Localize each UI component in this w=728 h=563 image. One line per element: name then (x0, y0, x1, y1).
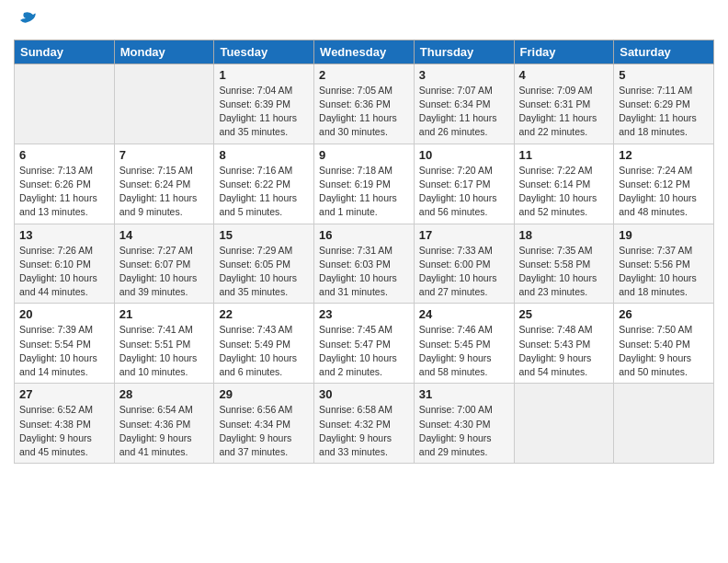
calendar-cell (514, 384, 614, 464)
calendar-cell (15, 63, 115, 144)
day-number: 19 (619, 228, 709, 242)
day-number: 7 (119, 148, 210, 162)
calendar-cell: 14Sunrise: 7:27 AM Sunset: 6:07 PM Dayli… (114, 224, 214, 304)
day-number: 5 (619, 68, 709, 82)
day-number: 28 (119, 387, 210, 401)
day-number: 23 (319, 307, 409, 321)
day-info: Sunrise: 7:50 AM Sunset: 5:40 PM Dayligh… (619, 323, 709, 379)
calendar-cell: 22Sunrise: 7:43 AM Sunset: 5:49 PM Dayli… (214, 304, 314, 384)
weekday-header: Wednesday (314, 40, 415, 63)
day-number: 12 (619, 148, 709, 162)
calendar-cell: 4Sunrise: 7:09 AM Sunset: 6:31 PM Daylig… (514, 63, 614, 144)
day-info: Sunrise: 7:31 AM Sunset: 6:03 PM Dayligh… (319, 244, 409, 300)
calendar-cell: 21Sunrise: 7:41 AM Sunset: 5:51 PM Dayli… (114, 304, 214, 384)
day-number: 15 (219, 228, 309, 242)
calendar-cell: 11Sunrise: 7:22 AM Sunset: 6:14 PM Dayli… (514, 144, 614, 224)
day-number: 1 (219, 68, 309, 82)
calendar-cell: 30Sunrise: 6:58 AM Sunset: 4:32 PM Dayli… (314, 384, 415, 464)
day-number: 18 (519, 228, 609, 242)
day-info: Sunrise: 6:52 AM Sunset: 4:38 PM Dayligh… (19, 403, 109, 459)
day-info: Sunrise: 7:35 AM Sunset: 5:58 PM Dayligh… (519, 244, 609, 300)
logo (14, 9, 37, 34)
day-info: Sunrise: 7:20 AM Sunset: 6:17 PM Dayligh… (419, 164, 509, 220)
calendar-cell: 15Sunrise: 7:29 AM Sunset: 6:05 PM Dayli… (214, 224, 314, 304)
day-number: 11 (519, 148, 609, 162)
day-info: Sunrise: 7:16 AM Sunset: 6:22 PM Dayligh… (219, 164, 309, 220)
day-info: Sunrise: 7:41 AM Sunset: 5:51 PM Dayligh… (119, 323, 210, 379)
day-info: Sunrise: 7:15 AM Sunset: 6:24 PM Dayligh… (119, 164, 210, 220)
day-number: 24 (419, 307, 509, 321)
day-number: 30 (319, 387, 409, 401)
day-info: Sunrise: 7:27 AM Sunset: 6:07 PM Dayligh… (119, 244, 210, 300)
day-number: 6 (19, 148, 109, 162)
day-info: Sunrise: 6:54 AM Sunset: 4:36 PM Dayligh… (119, 403, 210, 459)
day-number: 3 (419, 68, 509, 82)
day-number: 22 (219, 307, 309, 321)
logo-bird-icon (17, 9, 37, 29)
calendar-week-row: 1Sunrise: 7:04 AM Sunset: 6:39 PM Daylig… (15, 63, 714, 144)
calendar-cell: 24Sunrise: 7:46 AM Sunset: 5:45 PM Dayli… (414, 304, 514, 384)
calendar-cell: 7Sunrise: 7:15 AM Sunset: 6:24 PM Daylig… (114, 144, 214, 224)
calendar-cell: 23Sunrise: 7:45 AM Sunset: 5:47 PM Dayli… (314, 304, 415, 384)
day-info: Sunrise: 7:46 AM Sunset: 5:45 PM Dayligh… (419, 323, 509, 379)
calendar-week-row: 6Sunrise: 7:13 AM Sunset: 6:26 PM Daylig… (15, 144, 714, 224)
calendar-cell (614, 384, 714, 464)
calendar-cell: 5Sunrise: 7:11 AM Sunset: 6:29 PM Daylig… (614, 63, 714, 144)
calendar-cell: 20Sunrise: 7:39 AM Sunset: 5:54 PM Dayli… (15, 304, 115, 384)
calendar-cell: 28Sunrise: 6:54 AM Sunset: 4:36 PM Dayli… (114, 384, 214, 464)
calendar-cell: 29Sunrise: 6:56 AM Sunset: 4:34 PM Dayli… (214, 384, 314, 464)
day-info: Sunrise: 7:11 AM Sunset: 6:29 PM Dayligh… (619, 84, 709, 140)
day-number: 20 (19, 307, 109, 321)
weekday-header: Saturday (614, 40, 714, 63)
calendar-cell: 8Sunrise: 7:16 AM Sunset: 6:22 PM Daylig… (214, 144, 314, 224)
day-info: Sunrise: 7:13 AM Sunset: 6:26 PM Dayligh… (19, 164, 109, 220)
day-info: Sunrise: 7:29 AM Sunset: 6:05 PM Dayligh… (219, 244, 309, 300)
calendar-week-row: 27Sunrise: 6:52 AM Sunset: 4:38 PM Dayli… (15, 384, 714, 464)
calendar-cell: 26Sunrise: 7:50 AM Sunset: 5:40 PM Dayli… (614, 304, 714, 384)
weekday-header: Tuesday (214, 40, 314, 63)
calendar-header-row: SundayMondayTuesdayWednesdayThursdayFrid… (15, 40, 714, 63)
day-number: 10 (419, 148, 509, 162)
calendar-cell: 6Sunrise: 7:13 AM Sunset: 6:26 PM Daylig… (15, 144, 115, 224)
calendar-cell: 25Sunrise: 7:48 AM Sunset: 5:43 PM Dayli… (514, 304, 614, 384)
day-info: Sunrise: 7:07 AM Sunset: 6:34 PM Dayligh… (419, 84, 509, 140)
calendar-cell: 1Sunrise: 7:04 AM Sunset: 6:39 PM Daylig… (214, 63, 314, 144)
day-info: Sunrise: 7:22 AM Sunset: 6:14 PM Dayligh… (519, 164, 609, 220)
day-info: Sunrise: 7:00 AM Sunset: 4:30 PM Dayligh… (419, 403, 509, 459)
day-info: Sunrise: 7:39 AM Sunset: 5:54 PM Dayligh… (19, 323, 109, 379)
day-number: 21 (119, 307, 210, 321)
day-number: 8 (219, 148, 309, 162)
day-info: Sunrise: 7:33 AM Sunset: 6:00 PM Dayligh… (419, 244, 509, 300)
day-number: 2 (319, 68, 409, 82)
day-info: Sunrise: 7:18 AM Sunset: 6:19 PM Dayligh… (319, 164, 409, 220)
day-info: Sunrise: 7:04 AM Sunset: 6:39 PM Dayligh… (219, 84, 309, 140)
day-info: Sunrise: 7:09 AM Sunset: 6:31 PM Dayligh… (519, 84, 609, 140)
weekday-header: Friday (514, 40, 614, 63)
calendar-cell: 9Sunrise: 7:18 AM Sunset: 6:19 PM Daylig… (314, 144, 415, 224)
weekday-header: Monday (114, 40, 214, 63)
calendar-table: SundayMondayTuesdayWednesdayThursdayFrid… (14, 40, 714, 464)
calendar-cell: 31Sunrise: 7:00 AM Sunset: 4:30 PM Dayli… (414, 384, 514, 464)
day-info: Sunrise: 7:24 AM Sunset: 6:12 PM Dayligh… (619, 164, 709, 220)
day-info: Sunrise: 7:05 AM Sunset: 6:36 PM Dayligh… (319, 84, 409, 140)
page-header (14, 9, 714, 34)
day-info: Sunrise: 7:48 AM Sunset: 5:43 PM Dayligh… (519, 323, 609, 379)
calendar-week-row: 13Sunrise: 7:26 AM Sunset: 6:10 PM Dayli… (15, 224, 714, 304)
day-number: 14 (119, 228, 210, 242)
day-info: Sunrise: 7:43 AM Sunset: 5:49 PM Dayligh… (219, 323, 309, 379)
calendar-cell: 12Sunrise: 7:24 AM Sunset: 6:12 PM Dayli… (614, 144, 714, 224)
day-info: Sunrise: 7:37 AM Sunset: 5:56 PM Dayligh… (619, 244, 709, 300)
day-number: 25 (519, 307, 609, 321)
day-info: Sunrise: 6:56 AM Sunset: 4:34 PM Dayligh… (219, 403, 309, 459)
day-number: 16 (319, 228, 409, 242)
calendar-cell: 18Sunrise: 7:35 AM Sunset: 5:58 PM Dayli… (514, 224, 614, 304)
day-number: 4 (519, 68, 609, 82)
day-number: 31 (419, 387, 509, 401)
calendar-cell: 2Sunrise: 7:05 AM Sunset: 6:36 PM Daylig… (314, 63, 415, 144)
day-info: Sunrise: 7:45 AM Sunset: 5:47 PM Dayligh… (319, 323, 409, 379)
day-number: 17 (419, 228, 509, 242)
weekday-header: Thursday (414, 40, 514, 63)
calendar-cell: 19Sunrise: 7:37 AM Sunset: 5:56 PM Dayli… (614, 224, 714, 304)
calendar-week-row: 20Sunrise: 7:39 AM Sunset: 5:54 PM Dayli… (15, 304, 714, 384)
calendar-cell: 27Sunrise: 6:52 AM Sunset: 4:38 PM Dayli… (15, 384, 115, 464)
